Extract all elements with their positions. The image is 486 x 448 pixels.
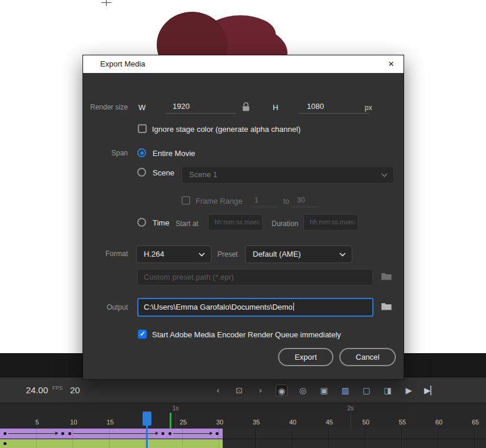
- current-frame-value[interactable]: 20: [70, 385, 80, 395]
- playhead-line: [146, 424, 148, 448]
- frame-span[interactable]: [0, 439, 223, 448]
- step-to-end-icon[interactable]: ▶▏: [424, 384, 436, 396]
- preset-dropdown-value: Default (AME): [253, 250, 301, 258]
- height-field[interactable]: 1080: [299, 99, 369, 114]
- frame-to-field[interactable]: 30: [291, 193, 319, 207]
- frame-number: 60: [435, 419, 442, 426]
- center-frame-icon[interactable]: ⊡: [233, 384, 245, 396]
- frame-number: 55: [399, 419, 406, 426]
- frame-number: 10: [70, 419, 77, 426]
- frame-number: 15: [107, 419, 114, 426]
- keyframe-dot: [4, 432, 6, 435]
- tween-span[interactable]: [0, 429, 223, 439]
- camera-icon[interactable]: ◨: [382, 384, 394, 396]
- entire-movie-label: Entire Movie: [153, 149, 195, 158]
- lock-aspect-icon[interactable]: [242, 102, 250, 111]
- scene-label: Scene: [153, 168, 174, 177]
- check-icon: ✓: [140, 330, 146, 338]
- scene-dropdown-value: Scene 1: [189, 170, 217, 179]
- format-dropdown[interactable]: H.264: [136, 245, 211, 263]
- start-at-label: Start at: [176, 220, 199, 228]
- output-path-field[interactable]: C:\Users\Emma Garofalo\Documents\Demo: [137, 298, 373, 317]
- frame-number: 35: [253, 419, 260, 426]
- frame-number: 65: [472, 419, 479, 426]
- output-label: Output: [83, 303, 128, 311]
- second-label: 2s: [348, 405, 354, 412]
- frame-number: 40: [289, 419, 296, 426]
- keyframe-dot: [68, 432, 71, 435]
- frame-range-label: Frame Range: [196, 197, 242, 205]
- timeline-ruler[interactable]: 5101520253035404550556065 1s2s: [0, 403, 486, 429]
- frame-from-field[interactable]: 1: [250, 193, 278, 207]
- chevron-down-icon: [381, 173, 388, 177]
- span-label: Span: [83, 149, 128, 157]
- ame-queue-label: Start Adobe Media Encoder Render Queue i…: [152, 330, 341, 339]
- width-label: W: [138, 103, 146, 112]
- onion-skin-icon[interactable]: ◉: [276, 384, 287, 396]
- step-forward-icon[interactable]: ›: [254, 384, 266, 396]
- keyframe-dot: [161, 432, 164, 435]
- frame-numbers: 5101520253035404550556065: [0, 403, 486, 429]
- text-caret: [293, 303, 295, 311]
- to-label: to: [283, 197, 289, 205]
- onion-skin-outlines-icon[interactable]: ◎: [297, 384, 309, 396]
- chevron-down-icon: [339, 253, 346, 257]
- second-tick: [176, 413, 176, 429]
- keyframe-dot: [216, 432, 219, 435]
- custom-preset-field[interactable]: Custom preset path (*.epr): [137, 269, 373, 286]
- height-label: H: [273, 103, 278, 112]
- playhead[interactable]: [143, 412, 151, 426]
- character-artwork: [152, 7, 289, 61]
- radio-scene[interactable]: [137, 168, 146, 177]
- keyframe-dot: [61, 432, 64, 435]
- browse-preset-folder-icon[interactable]: [381, 273, 392, 280]
- onion-range-marker[interactable]: [170, 413, 171, 429]
- frame-range-checkbox[interactable]: [181, 196, 190, 205]
- duration-field[interactable]: hh:mm:ss.msec: [303, 214, 358, 231]
- edit-multiple-frames-icon[interactable]: ▣: [318, 384, 330, 396]
- tween-arrow: [73, 433, 158, 434]
- second-tick: [351, 413, 351, 429]
- scene-dropdown[interactable]: Scene 1: [181, 166, 394, 184]
- second-label: 1s: [173, 405, 179, 412]
- frame-span-icon[interactable]: ▥: [339, 384, 351, 396]
- crosshair-v-line: [106, 0, 107, 6]
- keyframe-dot: [168, 432, 171, 435]
- radio-entire-movie[interactable]: [137, 148, 146, 157]
- ignore-stage-checkbox[interactable]: [138, 124, 147, 133]
- format-dropdown-value: H.264: [144, 250, 164, 258]
- tween-arrow: [173, 433, 212, 434]
- timeline-tracks: [0, 429, 486, 448]
- frame-number: 25: [180, 419, 187, 426]
- fps-unit-label: FPS: [52, 385, 63, 391]
- timeline-controls: 24.00 FPS 20 ‹⊡›◉◎▣▥▢◨▶▶▏: [0, 377, 486, 403]
- tween-arrow: [8, 433, 58, 434]
- insert-keyframe-icon[interactable]: ▢: [361, 384, 372, 396]
- play-icon[interactable]: ▶: [403, 384, 415, 396]
- step-back-icon[interactable]: ‹: [212, 384, 224, 396]
- export-button[interactable]: Export: [278, 348, 333, 366]
- preset-dropdown[interactable]: Default (AME): [245, 245, 352, 263]
- timeline-toolbar: ‹⊡›◉◎▣▥▢◨▶▶▏: [212, 377, 436, 403]
- frame-rate-value[interactable]: 24.00: [26, 385, 48, 395]
- frame-number: 5: [35, 419, 39, 426]
- ame-queue-checkbox[interactable]: ✓: [138, 330, 147, 339]
- width-field[interactable]: 1920: [166, 99, 236, 114]
- duration-label: Duration: [272, 220, 298, 228]
- dialog-titlebar[interactable]: Export Media ×: [83, 55, 404, 73]
- start-at-field[interactable]: hh:mm:ss.msec: [208, 214, 263, 231]
- preset-label: Preset: [217, 250, 238, 258]
- cancel-button[interactable]: Cancel: [339, 348, 396, 366]
- layer-track-green[interactable]: [0, 439, 486, 448]
- radio-time[interactable]: [137, 218, 146, 227]
- time-label: Time: [153, 218, 169, 227]
- close-icon[interactable]: ×: [385, 55, 398, 73]
- render-size-label: Render size: [83, 103, 128, 111]
- format-label: Format: [83, 250, 128, 258]
- keyframe-dot: [4, 442, 6, 445]
- dialog-body: Render size W 1920 H 1080 px Ignore stag…: [83, 73, 404, 379]
- browse-output-folder-icon[interactable]: [381, 303, 392, 310]
- frame-number: 45: [326, 419, 333, 426]
- px-unit-label: px: [365, 104, 372, 112]
- layer-track-purple[interactable]: [0, 429, 486, 439]
